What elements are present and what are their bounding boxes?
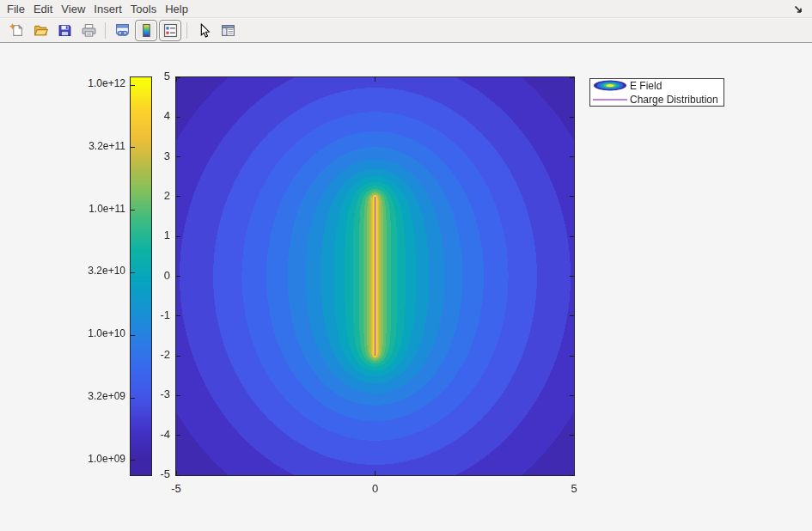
- legend-label-charge: Charge Distribution: [630, 94, 718, 106]
- y-tick-mark: [176, 236, 180, 237]
- y-tick-label: 1: [144, 229, 170, 242]
- x-tick-label: 5: [557, 482, 591, 496]
- menu-item-tools[interactable]: Tools: [126, 3, 161, 15]
- legend[interactable]: E Field Charge Distribution: [589, 78, 724, 107]
- open-file-button[interactable]: [29, 20, 52, 41]
- open-folder-icon: [34, 23, 48, 38]
- matlab-figure-window: { "menubar": { "items": [ { "label": "Fi…: [0, 0, 812, 531]
- menu-item-edit[interactable]: Edit: [29, 3, 57, 15]
- cursor-arrow-icon: [197, 23, 211, 38]
- y-tick-mark: [570, 276, 574, 277]
- y-tick-mark: [570, 156, 574, 157]
- x-tick-label: 0: [358, 482, 393, 496]
- colorbar-tick-label: 3.2e+11: [72, 140, 125, 153]
- legend-label-efield: E Field: [630, 80, 662, 92]
- menu-item-insert[interactable]: Insert: [89, 3, 126, 15]
- colorbar-tick-label: 3.2e+10: [72, 265, 125, 278]
- y-tick-label: -1: [144, 308, 170, 322]
- y-tick-mark: [176, 315, 180, 316]
- y-tick-label: -3: [144, 388, 170, 401]
- insert-legend-button[interactable]: [159, 20, 181, 41]
- x-tick-label: -5: [159, 482, 193, 496]
- colorbar-tick-mark: [131, 272, 135, 273]
- insert-colorbar-button[interactable]: [135, 20, 157, 41]
- x-tick-mark: [375, 77, 375, 82]
- contour-patch-swatch: [593, 80, 627, 91]
- colorbar-tick-label: 1.0e+10: [72, 327, 125, 340]
- y-tick-mark: [176, 196, 180, 197]
- figure-canvas: 1.0e+123.2e+111.0e+113.2e+101.0e+103.2e+…: [0, 43, 812, 531]
- y-tick-label: 0: [144, 269, 170, 283]
- menu-item-file[interactable]: File: [3, 3, 29, 15]
- print-figure-button[interactable]: [77, 20, 100, 41]
- y-tick-mark: [176, 276, 180, 277]
- save-floppy-icon: [58, 23, 72, 38]
- colorbar-tick-label: 1.0e+12: [72, 77, 125, 90]
- x-tick-mark: [176, 77, 177, 82]
- colorbar-icon: [139, 23, 154, 38]
- new-figure-button[interactable]: [5, 20, 27, 41]
- plot-axes: [175, 76, 575, 476]
- y-tick-mark: [570, 236, 574, 237]
- printer-icon: [82, 23, 96, 38]
- colorbar-tick-label: 3.2e+09: [72, 390, 125, 403]
- property-inspector-icon: [221, 23, 235, 38]
- y-tick-mark: [176, 77, 180, 78]
- colorbar-tick-mark: [131, 335, 135, 336]
- menu-item-view[interactable]: View: [57, 3, 89, 15]
- y-tick-mark: [176, 117, 180, 118]
- figure-toolbar: [0, 19, 812, 43]
- x-tick-mark: [574, 77, 575, 82]
- y-tick-label: -5: [144, 467, 170, 481]
- menu-bar: File Edit View Insert Tools Help: [0, 0, 812, 18]
- toolbar-separator: [186, 22, 187, 39]
- y-tick-mark: [176, 395, 180, 396]
- colorbar-tick-mark: [131, 460, 135, 461]
- edit-plot-button[interactable]: [192, 20, 215, 41]
- y-tick-label: 5: [144, 70, 170, 83]
- link-plot-button[interactable]: [111, 20, 133, 41]
- y-tick-mark: [176, 435, 180, 436]
- colorbar-tick-mark: [131, 85, 135, 86]
- x-tick-mark: [375, 471, 375, 475]
- y-tick-mark: [570, 196, 574, 197]
- colorbar-tick-mark: [131, 147, 135, 148]
- property-inspector-button[interactable]: [217, 20, 239, 41]
- legend-icon: [163, 23, 178, 38]
- efield-contour-plot[interactable]: [176, 77, 574, 475]
- menu-item-help[interactable]: Help: [161, 3, 192, 15]
- colorbar-tick-label: 1.0e+11: [72, 203, 125, 216]
- y-tick-label: 2: [144, 189, 170, 203]
- y-tick-mark: [176, 356, 180, 357]
- colorbar-tick-label: 1.0e+09: [72, 453, 125, 466]
- line-swatch: [593, 98, 627, 101]
- y-tick-label: 3: [144, 150, 170, 163]
- dock-arrow-icon: [793, 4, 803, 15]
- y-tick-mark: [176, 156, 180, 157]
- x-tick-mark: [574, 471, 575, 475]
- y-tick-label: -4: [144, 428, 170, 442]
- save-figure-button[interactable]: [53, 20, 76, 41]
- y-tick-mark: [570, 435, 574, 436]
- y-tick-label: -2: [144, 348, 170, 362]
- link-plot-icon: [115, 23, 130, 38]
- dock-figure-button[interactable]: [792, 3, 804, 15]
- y-tick-mark: [570, 395, 574, 396]
- y-tick-mark: [570, 117, 574, 118]
- y-tick-mark: [570, 315, 574, 316]
- y-tick-mark: [570, 356, 574, 357]
- x-tick-mark: [176, 471, 177, 475]
- colorbar-tick-mark: [131, 210, 135, 211]
- legend-entry-efield: E Field: [590, 79, 723, 92]
- colorbar-tick-mark: [131, 398, 135, 399]
- legend-entry-charge: Charge Distribution: [590, 93, 723, 106]
- new-document-icon: [9, 23, 24, 38]
- y-tick-label: 4: [144, 109, 170, 123]
- toolbar-separator: [105, 22, 106, 39]
- y-tick-mark: [176, 475, 180, 476]
